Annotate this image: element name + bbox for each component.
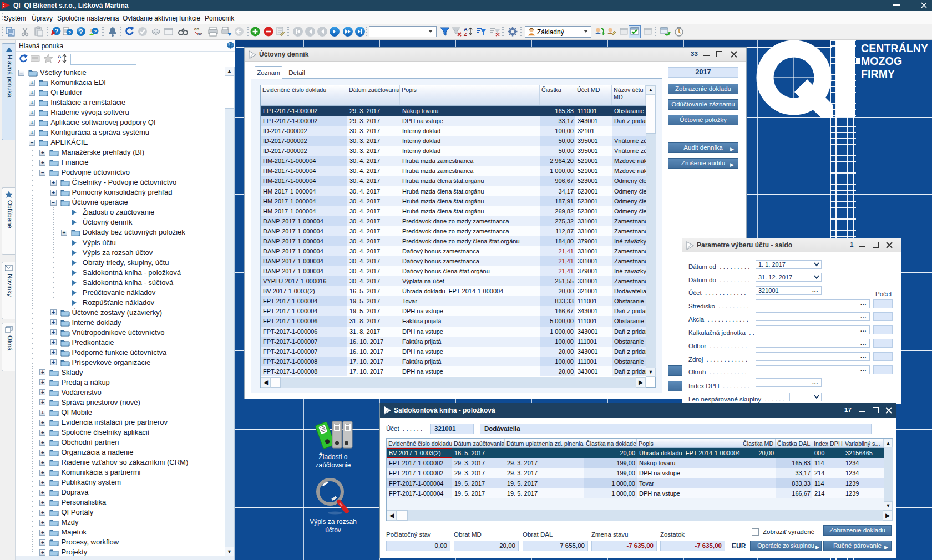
svg-text:?: ? [68,29,72,35]
svg-text:ac: ac [197,32,202,37]
svg-text:Z: Z [58,59,61,64]
svg-text:?: ? [55,28,59,34]
svg-text:?: ? [94,28,97,34]
svg-text:?: ? [79,28,83,36]
svg-text:Z: Z [464,32,467,37]
svg-text:ab: ab [194,27,199,32]
